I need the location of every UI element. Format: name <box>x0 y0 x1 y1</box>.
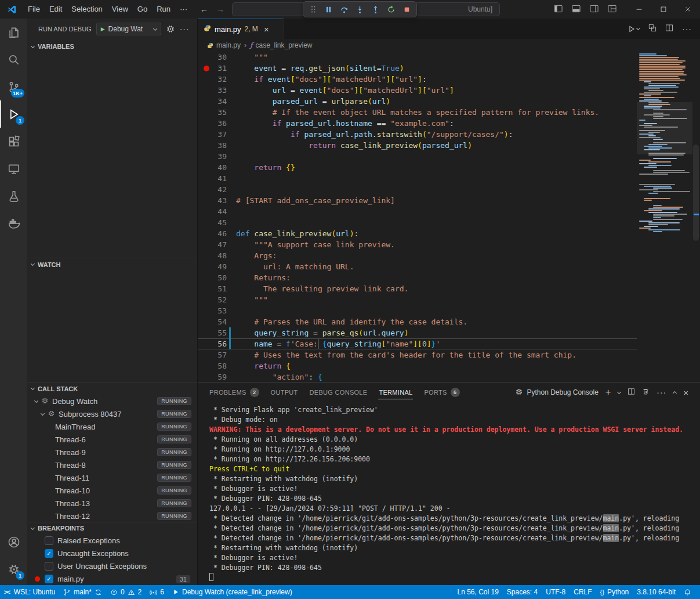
gutter[interactable]: 55 <box>198 327 236 338</box>
gutter[interactable]: 58 <box>198 360 236 371</box>
gutter[interactable]: 37 <box>198 129 236 140</box>
gutter[interactable]: 45 <box>198 217 236 228</box>
code-line[interactable]: 36 if parsed_url.hostname == "example.co… <box>198 118 637 129</box>
gutter[interactable]: 51 <box>198 283 236 294</box>
menu-go[interactable]: Go <box>133 3 152 16</box>
code-line[interactable]: 38 return case_link_preview(parsed_url) <box>198 140 637 151</box>
gutter[interactable]: 42 <box>198 184 236 195</box>
tab-main-py[interactable]: main.py 2, M × <box>198 19 284 39</box>
gutter[interactable]: 44 <box>198 206 236 217</box>
toggle-panel-icon[interactable] <box>572 5 581 15</box>
code-line[interactable]: 32 if event["docs"]["matchedUrl"]["url"]… <box>198 74 637 85</box>
activity-source-control-icon[interactable]: 1K+ <box>0 73 27 100</box>
customize-layout-icon[interactable] <box>608 5 616 15</box>
gutter[interactable]: 33 <box>198 85 236 96</box>
breadcrumb-item-symbol[interactable]: ƒ case_link_preview <box>250 41 313 49</box>
debug-config-dropdown[interactable]: ▶ Debug Wat <box>96 23 161 35</box>
gutter[interactable]: 40 <box>198 162 236 173</box>
code-line[interactable]: 48 Args: <box>198 250 637 261</box>
code-line[interactable]: 45 <box>198 217 637 228</box>
ports-status[interactable]: 6 <box>146 585 168 599</box>
gutter[interactable]: 41 <box>198 173 236 184</box>
toggle-secondary-sidebar-icon[interactable] <box>590 5 599 15</box>
activity-explorer-icon[interactable] <box>0 19 27 46</box>
call-stack-item[interactable]: Thread-10RUNNING <box>27 484 197 497</box>
code-line[interactable]: 56 name = f'Case: {query_string["name"][… <box>198 338 637 349</box>
gutter[interactable]: 59 <box>198 371 236 382</box>
breakpoint-checkbox[interactable]: ✓ <box>45 575 53 583</box>
activity-docker-icon[interactable] <box>0 210 27 237</box>
activity-extensions-icon[interactable] <box>0 128 27 155</box>
editor[interactable]: 30 """31 event = req.get_json(silent=Tru… <box>198 52 700 382</box>
gutter[interactable]: 43 <box>198 195 236 206</box>
language-mode-status[interactable]: {} Python <box>596 585 633 599</box>
call-stack-item[interactable]: MainThreadRUNNING <box>27 420 197 433</box>
code-line[interactable]: 53 <box>198 305 637 316</box>
breakpoint-checkbox[interactable]: ✓ <box>45 549 53 558</box>
editor-more-actions-icon[interactable]: ··· <box>682 24 692 34</box>
open-changes-icon[interactable] <box>648 24 657 34</box>
menu-[interactable]: ··· <box>175 3 192 16</box>
gutter[interactable]: 50 <box>198 272 236 283</box>
gutter[interactable]: 32 <box>198 74 236 85</box>
code-line[interactable]: 52 """ <box>198 294 637 305</box>
breakpoints-section-header[interactable]: BREAKPOINTS <box>27 522 197 535</box>
code-line[interactable]: 50 Returns: <box>198 272 637 283</box>
code-line[interactable]: 57 # Uses the text from the card's heade… <box>198 349 637 360</box>
call-stack-item[interactable]: Thread-9RUNNING <box>27 446 197 459</box>
run-python-file-icon[interactable] <box>628 25 640 33</box>
menu-selection[interactable]: Selection <box>67 3 107 16</box>
branch-status[interactable]: main* <box>59 585 106 599</box>
activity-run-and-debug-icon[interactable]: 1 <box>0 100 27 128</box>
terminal-output[interactable]: * Serving Flask app 'create_link_preview… <box>198 402 700 585</box>
call-stack-item[interactable]: Debug WatchRUNNING <box>27 395 197 407</box>
minimap[interactable] <box>637 52 692 382</box>
menu-edit[interactable]: Edit <box>45 3 67 16</box>
call-stack-item[interactable]: Thread-6RUNNING <box>27 433 197 446</box>
code-line[interactable]: 37 if parsed_url.path.startswith("/suppo… <box>198 129 637 140</box>
maximize-icon[interactable] <box>651 0 676 19</box>
kill-terminal-icon[interactable] <box>642 387 650 398</box>
code-line[interactable]: 55 query_string = parse_qs(url.query) <box>198 327 637 338</box>
problems-status[interactable]: 0 2 <box>106 585 146 599</box>
breakpoint-checkbox[interactable] <box>45 536 53 545</box>
panel-tab-debug-console[interactable]: DEBUG CONSOLE <box>304 383 373 402</box>
terminal-profile-select[interactable]: Python Debug Console <box>515 388 598 398</box>
minimap-slider[interactable] <box>637 102 692 154</box>
code-line[interactable]: 58 return { <box>198 360 637 371</box>
breakpoint-dot[interactable] <box>204 66 209 71</box>
breakpoint-item[interactable]: ✓main.py31 <box>27 573 197 585</box>
panel-tab-terminal[interactable]: TERMINAL <box>373 383 418 402</box>
panel-tab-problems[interactable]: PROBLEMS2 <box>204 383 265 402</box>
indentation-status[interactable]: Spaces: 4 <box>503 585 542 599</box>
start-debug-icon[interactable]: ▶ <box>101 26 105 32</box>
gutter[interactable]: 49 <box>198 261 236 272</box>
call-stack-item[interactable]: Subprocess 80437RUNNING <box>27 407 197 420</box>
gutter[interactable]: 46 <box>198 228 236 239</box>
gutter[interactable]: 57 <box>198 349 236 360</box>
terminal-launch-chevron-icon[interactable] <box>617 389 621 394</box>
activity-search-icon[interactable] <box>0 46 27 73</box>
restart-icon[interactable] <box>384 2 398 16</box>
eol-status[interactable]: CRLF <box>570 585 596 599</box>
watch-section-header[interactable]: WATCH <box>27 258 197 270</box>
code-line[interactable]: 51 The resulting preview link card. <box>198 283 637 294</box>
go-back-icon[interactable]: ← <box>200 5 208 14</box>
new-terminal-icon[interactable]: + <box>605 388 611 397</box>
step-into-icon[interactable] <box>353 2 367 16</box>
code-line[interactable]: 54 # Parses the URL and identify the cas… <box>198 316 637 327</box>
toolbar-drag-grip[interactable] <box>306 2 320 16</box>
menu-run[interactable]: Run <box>152 3 175 16</box>
editor-scrollbar[interactable] <box>692 52 700 382</box>
code-line[interactable]: 31 event = req.get_json(silent=True) <box>198 63 637 74</box>
remote-indicator[interactable]: >< WSL: Ubuntu <box>0 585 59 599</box>
panel-more-actions-icon[interactable]: ··· <box>657 388 666 397</box>
code-line[interactable]: 30 """ <box>198 52 637 63</box>
split-editor-icon[interactable] <box>665 24 673 34</box>
views-more-actions-icon[interactable]: ··· <box>180 24 190 34</box>
code-line[interactable]: 43# [START add_ons_case_preview_link] <box>198 195 637 206</box>
debug-settings-gear-icon[interactable] <box>166 24 175 34</box>
toggle-primary-sidebar-icon[interactable] <box>554 5 563 15</box>
stop-icon[interactable] <box>400 2 414 16</box>
cursor-position-status[interactable]: Ln 56, Col 19 <box>453 585 502 599</box>
